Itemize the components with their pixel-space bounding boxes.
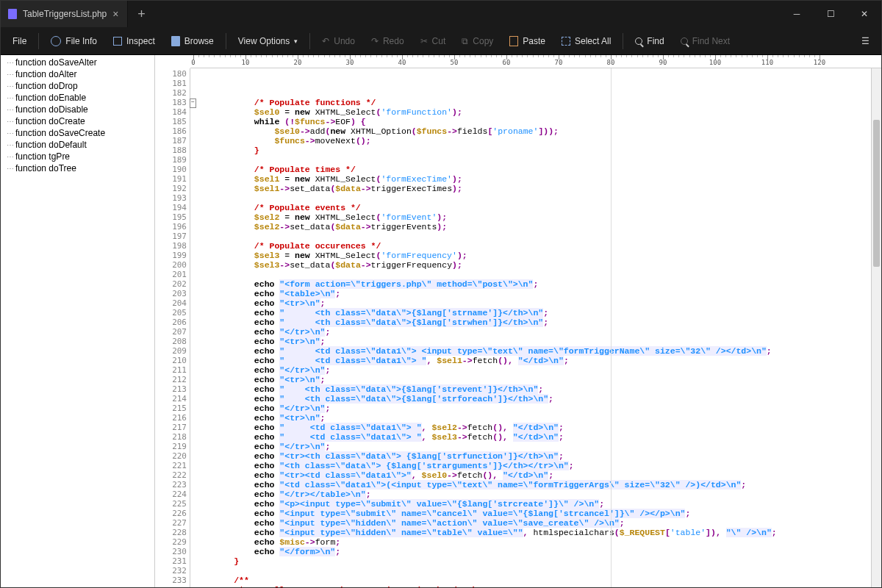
code-line[interactable]: echo "<tr>\n"; [193, 337, 871, 346]
code-line[interactable]: echo "<tr>\n"; [193, 413, 871, 423]
line-number: 226 [155, 509, 187, 518]
code-line[interactable]: while (!$funcs->EOF) { [193, 117, 871, 126]
code-line[interactable]: $sel3 = new XHTML_Select('formFrequency'… [193, 251, 871, 260]
outline-item[interactable]: ⋯function doDefault [1, 139, 154, 151]
code-line[interactable]: /** [193, 576, 871, 585]
code-line[interactable]: echo "</tr>\n"; [193, 327, 871, 337]
code-line[interactable] [193, 566, 871, 576]
line-number: 209 [155, 346, 187, 356]
code-line[interactable]: /* Populate functions */ [193, 98, 871, 107]
new-tab-button[interactable]: + [128, 7, 154, 22]
code-line[interactable]: $sel3->set_data($data->triggerFrequency)… [193, 260, 871, 270]
vertical-scrollbar[interactable] [871, 68, 881, 587]
code-line[interactable]: echo "<form action=\"triggers.php\" meth… [193, 279, 871, 289]
line-number: 225 [155, 499, 187, 509]
outline-item[interactable]: ⋯function doTree [1, 162, 154, 174]
code-line[interactable]: echo " <th class=\"data\">{$lang['strnam… [193, 308, 871, 318]
maximize-button[interactable]: ☐ [814, 1, 847, 27]
outline-item[interactable]: ⋯function doEnable [1, 92, 154, 104]
code-line[interactable]: echo "<table>\n"; [193, 289, 871, 298]
code-line[interactable]: } [193, 146, 871, 155]
outline-item[interactable]: ⋯function doAlter [1, 68, 154, 80]
inspect-button[interactable]: Inspect [106, 32, 162, 51]
file-tab[interactable]: TableTriggersList.php × [1, 1, 128, 27]
redo-button[interactable]: ↷Redo [364, 32, 412, 51]
select-all-button[interactable]: Select All [554, 32, 618, 51]
code-line[interactable]: $sel1 = new XHTML_Select('formExecTime')… [193, 174, 871, 184]
code-line[interactable]: echo " <td class=\"data1\"> ", $sel3->fe… [193, 432, 871, 442]
browse-button[interactable]: Browse [164, 32, 221, 51]
code-line[interactable]: echo "</form>\n"; [193, 547, 871, 556]
code-line[interactable]: echo " <th class=\"data\">{$lang['strfor… [193, 394, 871, 404]
close-button[interactable]: ✕ [847, 1, 881, 27]
code-line[interactable]: } [193, 556, 871, 566]
code-line[interactable]: echo " <td class=\"data1\"> ", $sel2->fe… [193, 423, 871, 432]
code-line[interactable]: echo " <th class=\"data\">{$lang['strwhe… [193, 318, 871, 327]
hamburger-menu[interactable]: ☰ [854, 32, 877, 51]
line-number: 211 [155, 365, 187, 375]
code-line[interactable]: echo "<input type=\"hidden\" name=\"tabl… [193, 528, 871, 537]
find-button[interactable]: Find [628, 32, 671, 51]
file-menu[interactable]: File [5, 32, 34, 51]
code-line[interactable]: echo " <th class=\"data\">{$lang['streve… [193, 384, 871, 394]
outline-sidebar[interactable]: ⋯function doSaveAlter⋯function doAlter⋯f… [1, 55, 155, 587]
outline-item[interactable]: ⋯function doSaveCreate [1, 127, 154, 139]
code-line[interactable] [193, 270, 871, 279]
scrollbar-thumb[interactable] [873, 120, 880, 267]
line-number: 212 [155, 375, 187, 384]
outline-item[interactable]: ⋯function tgPre [1, 151, 154, 162]
code-line[interactable]: * Actually creates the new trigger in th… [193, 585, 871, 587]
code-line[interactable]: echo "<td class=\"data1\">(<input type=\… [193, 480, 871, 490]
line-number: 216 [155, 413, 187, 423]
code-line[interactable]: echo $misc->form; [193, 537, 871, 547]
code-line[interactable]: echo "<p><input type=\"submit\" value=\"… [193, 499, 871, 509]
code-line[interactable]: $sel0->add(new XHTML_Option($funcs->fiel… [193, 126, 871, 136]
cut-button[interactable]: ✂Cut [413, 32, 453, 51]
code-editor[interactable]: /* Populate functions */ $sel0 = new XHT… [190, 68, 871, 587]
view-options-menu[interactable]: View Options ▾ [231, 32, 305, 51]
code-line[interactable]: echo "<input type=\"submit\" name=\"canc… [193, 509, 871, 518]
code-line[interactable]: echo "</tr>\n"; [193, 442, 871, 451]
copy-button[interactable]: ⧉Copy [454, 32, 501, 51]
line-number: 233 [155, 576, 187, 585]
find-next-button[interactable]: Find Next [673, 32, 737, 51]
code-line[interactable] [193, 193, 871, 203]
outline-item[interactable]: ⋯function doSaveAlter [1, 57, 154, 68]
code-line[interactable]: echo "</tr></table>\n"; [193, 490, 871, 499]
code-line[interactable]: echo " <td class=\"data1\"> <input type=… [193, 346, 871, 356]
code-line[interactable]: echo "<input type=\"hidden\" name=\"acti… [193, 518, 871, 528]
code-line[interactable] [193, 155, 871, 165]
code-line[interactable]: echo "<th class=\"data\"> {$lang['strarg… [193, 461, 871, 470]
outline-item[interactable]: ⋯function doCreate [1, 115, 154, 127]
code-line[interactable]: echo "<tr>\n"; [193, 298, 871, 308]
code-line[interactable]: /* Populate events */ [193, 203, 871, 212]
line-number: 221 [155, 461, 187, 470]
undo-button[interactable]: ↶Undo [315, 32, 362, 51]
code-line[interactable]: $sel2->set_data($data->triggerEvents); [193, 222, 871, 232]
minimize-button[interactable]: ─ [780, 1, 814, 27]
code-line[interactable]: echo " <td class=\"data1\"> ", $sel1->fe… [193, 356, 871, 365]
toolbar: File File Info Inspect Browse View Optio… [1, 27, 881, 55]
code-line[interactable]: $funcs->moveNext(); [193, 136, 871, 146]
code-line[interactable]: /* Populate times */ [193, 165, 871, 174]
code-line[interactable]: echo "<tr>\n"; [193, 375, 871, 384]
file-info-button[interactable]: File Info [43, 32, 104, 51]
outline-item[interactable]: ⋯function doDisable [1, 104, 154, 115]
code-line[interactable]: echo "</tr>\n"; [193, 365, 871, 375]
line-number: 228 [155, 528, 187, 537]
code-line[interactable]: echo "</tr>\n"; [193, 404, 871, 413]
outline-item[interactable]: ⋯function doDrop [1, 80, 154, 92]
file-icon [8, 9, 17, 19]
code-line[interactable]: $sel1->set_data($data->triggerExecTimes)… [193, 184, 871, 193]
code-line[interactable] [193, 232, 871, 241]
code-line[interactable]: $sel2 = new XHTML_Select('formEvent'); [193, 212, 871, 222]
line-number: 191 [155, 174, 187, 184]
code-line[interactable]: echo "<tr><th class=\"data\"> {$lang['st… [193, 451, 871, 461]
line-number: 198 [155, 241, 187, 251]
code-line[interactable]: /* Populate occurences */ [193, 241, 871, 251]
line-number: 205 [155, 308, 187, 318]
tab-close-icon[interactable]: × [112, 8, 118, 20]
code-line[interactable]: $sel0 = new XHTML_Select('formFunction')… [193, 107, 871, 117]
paste-button[interactable]: Paste [502, 32, 553, 51]
code-line[interactable]: echo "<tr><td class=\"data1\">", $sel0->… [193, 470, 871, 480]
